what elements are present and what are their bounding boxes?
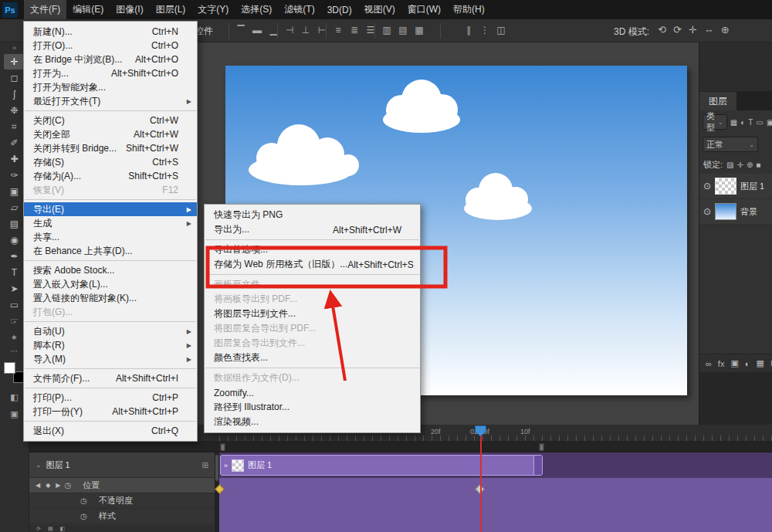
pen-tool[interactable]: ✒: [4, 249, 25, 264]
menu-item[interactable]: 在 Bridge 中浏览(B)... Alt+Ctrl+O ▶: [24, 53, 197, 66]
menu-item[interactable]: 打印一份(Y) Alt+Shift+Ctrl+P ▶: [24, 405, 197, 418]
eyedropper-tool[interactable]: ✐: [4, 135, 25, 151]
menu-select[interactable]: 选择(S): [235, 0, 278, 19]
menu-item[interactable]: 将图层导出到文件... ▶: [205, 307, 420, 321]
align-icon[interactable]: ▔: [235, 25, 246, 36]
healing-brush-tool[interactable]: ✚: [4, 151, 25, 167]
blur-tool[interactable]: ◉: [4, 232, 25, 248]
gradient-tool[interactable]: ▤: [4, 216, 25, 232]
3d-mode-icon[interactable]: ⇔: [704, 24, 714, 36]
menu-item[interactable]: 路径到 Illustrator... ▶: [205, 400, 420, 415]
next-keyframe-icon[interactable]: ▶: [56, 482, 60, 489]
menu-item[interactable]: 打包(G)... ▶: [24, 305, 197, 319]
menu-item[interactable]: 打开为智能对象... ▶: [24, 80, 197, 94]
menu-item[interactable]: 关闭并转到 Bridge... Shift+Ctrl+W ▶: [24, 141, 197, 155]
menu-item[interactable]: ▶: [25, 199, 196, 200]
menu-item[interactable]: 生成 ▶: [24, 216, 197, 230]
align-icon[interactable]: ⊣: [284, 25, 295, 36]
menu-item[interactable]: 存储(S) Ctrl+S ▶: [24, 155, 197, 169]
menu-item[interactable]: 颜色查找表... ▶: [205, 351, 420, 365]
path-selection-tool[interactable]: ➤: [4, 281, 25, 296]
property-row-opacity[interactable]: ◷ 不透明度: [29, 493, 215, 509]
layer-thumbnail[interactable]: [715, 203, 736, 220]
menu-item[interactable]: 关闭(C) Ctrl+W ▶: [24, 114, 197, 127]
toolbar-mode-icon[interactable]: ◧: [10, 392, 18, 402]
3d-mode-icon[interactable]: ✛: [689, 24, 697, 36]
menu-item[interactable]: 关闭全部 Alt+Ctrl+W ▶: [24, 127, 197, 141]
stopwatch-icon[interactable]: ◷: [64, 481, 71, 490]
menu-item[interactable]: ▶: [25, 421, 196, 422]
menu-item[interactable]: 导出首选项... ▶: [205, 242, 420, 257]
menu-file[interactable]: 文件(F): [24, 0, 66, 19]
timeline-footer-icon[interactable]: ◧: [60, 526, 66, 532]
menu-item[interactable]: 将画板导出到 PDF... ▶: [205, 292, 420, 307]
filter-icon[interactable]: ▣: [767, 118, 772, 127]
timeline-footer-icon[interactable]: ⟳: [36, 526, 41, 532]
menu-item[interactable]: ▶: [25, 110, 196, 111]
3d-mode-icon[interactable]: ⟲: [658, 24, 666, 36]
layers-footer-icon[interactable]: fx: [718, 359, 725, 368]
menu-item[interactable]: 自动(U) ▶: [24, 324, 197, 338]
menu-item-save-for-web[interactable]: 存储为 Web 所用格式（旧版）... Alt+Shift+Ctrl+S ▶: [205, 257, 420, 272]
menu-item[interactable]: 最近打开文件(T) ▶: [24, 94, 197, 108]
clone-stamp-tool[interactable]: ▣: [4, 184, 25, 199]
menu-item[interactable]: 打开为... Alt+Shift+Ctrl+O ▶: [24, 66, 197, 80]
property-row-position[interactable]: ◀ ◆ ▶ ◷ 位置: [29, 478, 215, 493]
menu-item[interactable]: 将图层复合导出到 PDF... ▶: [205, 321, 420, 336]
foreground-color-swatch[interactable]: [4, 362, 15, 374]
menu-item[interactable]: 打印(P)... Ctrl+P ▶: [24, 391, 197, 405]
menu-item[interactable]: 在 Behance 上共享(D)... ▶: [24, 244, 197, 258]
distribute-icon[interactable]: ▤: [398, 25, 408, 36]
timeline-footer-icon[interactable]: ▤: [48, 526, 53, 532]
filter-type-select[interactable]: 类型 ⌄: [703, 114, 727, 130]
add-keyframe-icon[interactable]: ◆: [46, 482, 50, 489]
menu-item[interactable]: 图层复合导出到文件... ▶: [205, 336, 420, 351]
keyframe-area[interactable]: [219, 478, 772, 532]
menu-item[interactable]: ▶: [25, 388, 196, 388]
filter-icon[interactable]: T: [748, 118, 753, 127]
menu-item[interactable]: 脚本(R) ▶: [24, 338, 197, 352]
layer-row[interactable]: ⊙ 图层 1: [699, 174, 772, 199]
arrange-icon[interactable]: ⋮: [479, 25, 490, 36]
timeline-clip[interactable]: » 图层 1: [220, 455, 543, 476]
menu-item[interactable]: 导出为... Alt+Shift+Ctrl+W ▶: [205, 222, 420, 237]
clip-trim-handle[interactable]: [533, 456, 542, 475]
visibility-eye-icon[interactable]: ⊙: [703, 206, 711, 217]
menu-item[interactable]: ▶: [25, 368, 196, 369]
arrange-icon[interactable]: ∥: [463, 25, 474, 36]
prev-keyframe-icon[interactable]: ◀: [36, 482, 40, 489]
move-tool[interactable]: ✛: [4, 54, 25, 69]
menu-item[interactable]: Zoomify... ▶: [205, 385, 420, 400]
hand-tool[interactable]: ☞: [4, 313, 25, 329]
menu-item[interactable]: 新建(N)... Ctrl+N ▶: [24, 25, 197, 39]
work-area-end-handle[interactable]: ∥: [539, 443, 544, 451]
menu-item[interactable]: 退出(X) Ctrl+Q ▶: [24, 424, 197, 438]
menu-item[interactable]: 共享... ▶: [24, 230, 197, 244]
distribute-icon[interactable]: ▥: [381, 25, 392, 36]
menu-window[interactable]: 窗口(W): [401, 0, 447, 19]
lasso-tool[interactable]: ʃ: [4, 86, 25, 102]
stopwatch-icon[interactable]: ◷: [80, 496, 87, 505]
menu-edit[interactable]: 编辑(E): [66, 0, 110, 19]
menu-item[interactable]: 文件简介(F)... Alt+Shift+Ctrl+I ▶: [24, 371, 197, 385]
menu-item[interactable]: 打开(O)... Ctrl+O ▶: [24, 39, 197, 53]
menu-item[interactable]: 搜索 Adobe Stock... ▶: [24, 263, 197, 277]
foreground-background-swatch[interactable]: [4, 362, 25, 383]
scrollbar-thumb[interactable]: [215, 455, 218, 481]
3d-mode-icon[interactable]: ⊕: [721, 24, 730, 36]
stopwatch-icon[interactable]: ◷: [80, 512, 87, 520]
track-options-icon[interactable]: ⊞: [202, 461, 208, 469]
lock-icon[interactable]: ▨: [726, 161, 733, 169]
layers-footer-icon[interactable]: ∞: [706, 359, 712, 368]
layers-footer-icon[interactable]: ▣: [730, 358, 738, 368]
tab-layers[interactable]: 图层: [699, 92, 736, 110]
menu-3d[interactable]: 3D(D): [321, 0, 358, 19]
menu-item[interactable]: 画板至文件... ▶: [205, 277, 420, 292]
filter-icon[interactable]: ◐: [740, 118, 745, 127]
quick-selection-tool[interactable]: ❉: [4, 103, 25, 118]
work-area-start-handle[interactable]: ∥: [220, 443, 225, 451]
type-tool[interactable]: T: [4, 265, 25, 280]
arrange-icon[interactable]: ◫: [496, 25, 506, 36]
brush-tool[interactable]: ✑: [4, 168, 25, 183]
menu-item[interactable]: ▶: [205, 239, 419, 240]
